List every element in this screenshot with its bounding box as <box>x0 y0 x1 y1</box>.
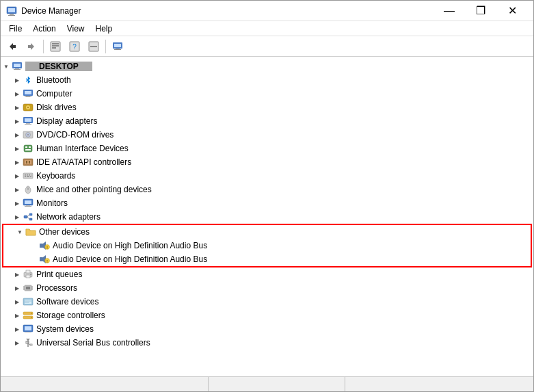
monitors-toggle[interactable]: ▶ <box>12 198 23 209</box>
device-manager-window: Device Manager — ❐ ✕ File Action View He… <box>0 0 534 392</box>
storage-icon <box>23 310 34 321</box>
tree-item-print[interactable]: ▶ Print queues <box>1 267 533 281</box>
svg-rect-27 <box>25 96 31 97</box>
svg-rect-52 <box>27 177 29 178</box>
properties-button[interactable] <box>46 38 64 55</box>
svg-rect-44 <box>26 161 27 164</box>
svg-rect-61 <box>24 215 27 218</box>
monitors-label: Monitors <box>36 198 68 208</box>
disable-button[interactable] <box>85 38 103 55</box>
tree-item-display[interactable]: ▶ Display adapters <box>1 114 533 128</box>
ide-icon <box>23 157 34 168</box>
svg-rect-3 <box>8 15 15 16</box>
computer-icon <box>112 41 123 52</box>
svg-rect-15 <box>90 46 97 47</box>
svg-rect-23 <box>14 69 21 70</box>
software-toggle[interactable]: ▶ <box>12 296 23 307</box>
storage-label: Storage controllers <box>36 311 105 320</box>
tree-item-network[interactable]: ▶ Network adapters <box>1 210 533 224</box>
disk-toggle[interactable]: ▶ <box>12 102 23 113</box>
menu-file[interactable]: File <box>3 23 27 35</box>
svg-rect-40 <box>29 146 31 148</box>
svg-rect-45 <box>29 161 30 164</box>
tree-item-bluetooth[interactable]: ▶ Bluetooth <box>1 73 533 87</box>
svg-rect-86 <box>25 300 31 304</box>
tree-item-monitors[interactable]: ▶ Monitors <box>1 196 533 210</box>
menu-action[interactable]: Action <box>27 23 61 35</box>
maximize-button[interactable]: ❐ <box>465 1 496 21</box>
back-button[interactable] <box>3 38 21 55</box>
tree-item-ide[interactable]: ▶ IDE ATA/ATAPI controllers <box>1 155 533 169</box>
forward-icon <box>27 42 36 51</box>
storage-toggle[interactable]: ▶ <box>12 310 23 321</box>
svg-rect-41 <box>25 149 31 151</box>
tree-item-audio2[interactable]: ▶ ! Audio Device on High Definition Audi… <box>3 252 531 266</box>
tree-item-keyboards[interactable]: ▶ Keyboards <box>1 169 533 183</box>
svg-rect-74 <box>26 270 30 273</box>
dvd-toggle[interactable]: ▶ <box>12 129 23 140</box>
bluetooth-icon <box>23 75 34 86</box>
main-content: ▼ DESKTOP ▶ <box>1 57 533 376</box>
processors-icon <box>23 283 34 293</box>
svg-rect-50 <box>31 174 31 176</box>
tree-item-disk[interactable]: ▶ Disk drives <box>1 101 533 114</box>
hid-toggle[interactable]: ▶ <box>12 143 23 154</box>
bluetooth-toggle[interactable]: ▶ <box>12 75 23 86</box>
software-label: Software devices <box>36 297 98 306</box>
svg-rect-60 <box>25 206 31 207</box>
update-button[interactable]: ? <box>66 38 83 55</box>
close-button[interactable]: ✕ <box>496 1 528 21</box>
system-toggle[interactable]: ▶ <box>12 324 23 335</box>
processors-toggle[interactable]: ▶ <box>12 283 23 293</box>
menu-bar: File Action View Help <box>1 21 533 36</box>
tree-item-software[interactable]: ▶ Software devices <box>1 295 533 309</box>
tree-item-computer[interactable]: ▶ Computer <box>1 87 533 101</box>
tree-item-system[interactable]: ▶ System devices <box>1 322 533 336</box>
display-icon <box>23 116 34 127</box>
software-icon <box>23 296 34 307</box>
menu-help[interactable]: Help <box>90 23 118 35</box>
svg-text:?: ? <box>72 43 77 51</box>
mice-toggle[interactable]: ▶ <box>12 184 23 195</box>
svg-rect-95 <box>25 332 31 332</box>
computer-icon <box>23 88 34 99</box>
print-toggle[interactable]: ▶ <box>12 269 23 280</box>
forward-button[interactable] <box>23 38 40 55</box>
tree-item-hid[interactable]: ▶ Human Interface Devices <box>1 142 533 155</box>
tree-item-mice[interactable]: ▶ Mice and other pointing devices <box>1 183 533 196</box>
tree-item-dvd[interactable]: ▶ DVD/CD-ROM drives <box>1 128 533 142</box>
tree-item-audio1[interactable]: ▶ ! ! Audio Device on High Definition Au… <box>3 239 531 252</box>
minimize-button[interactable]: — <box>433 1 465 21</box>
mice-icon <box>23 184 34 195</box>
ide-toggle[interactable]: ▶ <box>12 157 23 168</box>
tree-item-processors[interactable]: ▶ Processors <box>1 281 533 295</box>
keyboards-toggle[interactable]: ▶ <box>12 170 23 181</box>
svg-rect-47 <box>25 174 26 176</box>
dvd-icon <box>23 129 34 140</box>
device-tree[interactable]: ▼ DESKTOP ▶ <box>1 57 533 376</box>
network-label: Network adapters <box>36 212 101 222</box>
menu-view[interactable]: View <box>62 23 90 35</box>
status-segment-2 <box>209 377 345 391</box>
usb-toggle[interactable]: ▶ <box>12 337 23 348</box>
svg-rect-5 <box>13 45 16 48</box>
tree-item-storage[interactable]: ▶ Storage controllers <box>1 309 533 322</box>
computer-button[interactable] <box>109 38 126 55</box>
title-bar: Device Manager — ❐ ✕ <box>1 1 533 21</box>
tree-root[interactable]: ▼ DESKTOP <box>1 60 533 73</box>
svg-rect-9 <box>52 43 59 44</box>
back-icon <box>8 42 17 51</box>
svg-rect-78 <box>26 287 30 289</box>
computer-toggle[interactable]: ▶ <box>12 88 23 99</box>
title-bar-left: Device Manager <box>6 5 81 16</box>
toolbar-sep-2 <box>105 40 106 53</box>
svg-point-37 <box>27 134 29 135</box>
display-toggle[interactable]: ▶ <box>12 116 23 127</box>
tree-item-other[interactable]: ▼ Other devices <box>3 225 531 239</box>
other-toggle[interactable]: ▼ <box>14 226 25 237</box>
tree-item-usb[interactable]: ▶ Universal Serial Bus controllers <box>1 336 533 350</box>
network-toggle[interactable]: ▶ <box>12 211 23 222</box>
svg-rect-19 <box>114 49 121 50</box>
svg-rect-25 <box>25 91 31 94</box>
root-toggle[interactable]: ▼ <box>1 61 12 72</box>
